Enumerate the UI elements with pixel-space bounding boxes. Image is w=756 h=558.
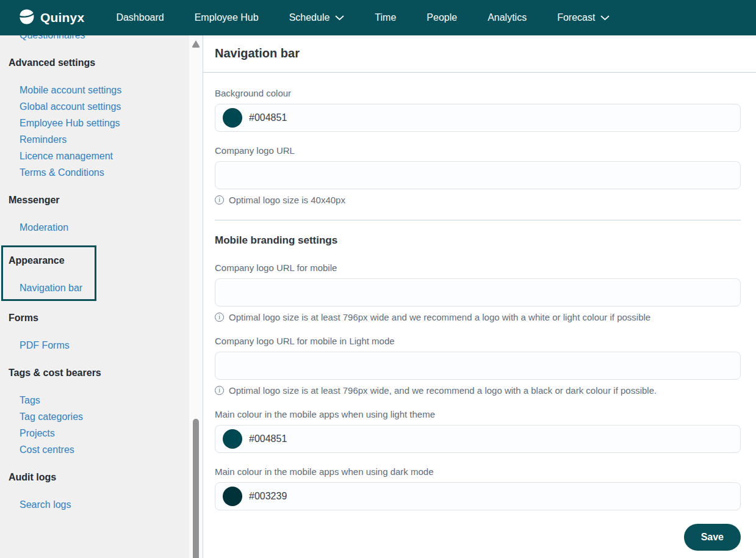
nav-item-time[interactable]: Time	[375, 12, 396, 23]
nav-item-forecast[interactable]: Forecast	[557, 12, 610, 23]
nav-item-label: Employee Hub	[195, 12, 259, 23]
top-navigation-bar: Quinyx Dashboard Employee Hub Schedule T…	[0, 0, 756, 35]
top-nav-items: Dashboard Employee Hub Schedule Time Peo…	[116, 12, 610, 23]
sidebar-item-navigation-bar[interactable]: Navigation bar	[9, 280, 95, 296]
sidebar-scrollbar	[189, 35, 203, 558]
field-logo-url-mobile-light: Company logo URL for mobile in Light mod…	[215, 336, 741, 396]
sidebar-item-licence-management[interactable]: Licence management	[9, 148, 189, 164]
main-colour-light-input[interactable]	[215, 425, 741, 453]
quinyx-brand[interactable]: Quinyx	[18, 9, 84, 27]
brand-name: Quinyx	[40, 10, 84, 25]
nav-item-dashboard[interactable]: Dashboard	[116, 12, 164, 23]
field-logo-url-mobile: Company logo URL for mobile i Optimal lo…	[215, 263, 741, 322]
chevron-down-icon	[600, 12, 610, 23]
sidebar-item-tags[interactable]: Tags	[9, 392, 189, 408]
background-colour-value[interactable]	[249, 112, 733, 123]
nav-item-label: Schedule	[289, 12, 330, 23]
field-main-colour-dark: Main colour in the mobile apps when usin…	[215, 466, 741, 510]
nav-item-label: Time	[375, 12, 396, 23]
sidebar-section-forms: Forms	[9, 310, 189, 326]
info-icon: i	[215, 313, 224, 322]
page-title: Navigation bar	[215, 46, 741, 72]
save-button[interactable]: Save	[684, 524, 741, 551]
sidebar-section-tags-cost-bearers: Tags & cost bearers	[9, 364, 189, 381]
field-label: Main colour in the mobile apps when usin…	[215, 466, 741, 477]
hint-text: Optimal logo size is at least 796px wide…	[229, 312, 650, 322]
field-label: Main colour in the mobile apps when usin…	[215, 409, 741, 419]
nav-item-employee-hub[interactable]: Employee Hub	[195, 12, 259, 23]
main-colour-dark-input[interactable]	[215, 482, 741, 510]
sidebar-item-reminders[interactable]: Reminders	[9, 131, 189, 148]
sidebar-item-global-account-settings[interactable]: Global account settings	[9, 98, 189, 115]
field-label: Company logo URL for mobile	[215, 263, 741, 273]
sidebar-item-mobile-account-settings[interactable]: Mobile account settings	[9, 82, 189, 98]
field-hint: i Optimal logo size is at least 796px wi…	[215, 385, 741, 396]
field-label: Background colour	[215, 88, 741, 98]
section-divider	[215, 220, 741, 220]
main-content: Navigation bar Background colour Company…	[203, 35, 756, 558]
nav-item-people[interactable]: People	[427, 12, 457, 23]
sidebar-item-pdf-forms[interactable]: PDF Forms	[9, 337, 189, 353]
field-hint: i Optimal logo size is at least 796px wi…	[215, 312, 741, 322]
info-icon: i	[215, 386, 224, 395]
nav-item-label: Dashboard	[116, 12, 164, 23]
field-label: Company logo URL for mobile in Light mod…	[215, 336, 741, 346]
nav-item-label: People	[427, 12, 457, 23]
hint-text: Optimal logo size is 40x40px	[229, 195, 345, 205]
info-icon: i	[215, 195, 224, 205]
sidebar-item-search-logs[interactable]: Search logs	[9, 496, 189, 513]
company-logo-url-input[interactable]	[215, 161, 741, 189]
chevron-down-icon	[335, 12, 344, 23]
scroll-up-icon[interactable]	[192, 40, 200, 48]
field-main-colour-light: Main colour in the mobile apps when usin…	[215, 409, 741, 453]
field-company-logo-url: Company logo URL i Optimal logo size is …	[215, 145, 741, 205]
sidebar-active-section-appearance: Appearance Navigation bar	[1, 245, 96, 301]
sidebar-item-tag-categories[interactable]: Tag categories	[9, 408, 189, 425]
main-colour-dark-value[interactable]	[249, 491, 733, 502]
field-label: Company logo URL	[215, 145, 741, 156]
nav-item-label: Analytics	[488, 12, 527, 23]
nav-item-analytics[interactable]: Analytics	[488, 12, 527, 23]
sidebar-item-terms-conditions[interactable]: Terms & Conditions	[9, 164, 189, 181]
logo-url-mobile-input[interactable]	[215, 278, 741, 306]
sidebar-item-employee-hub-settings[interactable]: Employee Hub settings	[9, 115, 189, 131]
color-swatch[interactable]	[223, 429, 242, 449]
field-background-colour: Background colour	[215, 88, 741, 132]
nav-item-label: Forecast	[557, 12, 595, 23]
logo-url-mobile-light-input[interactable]	[215, 352, 741, 380]
sidebar-section-advanced-settings: Advanced settings	[9, 54, 189, 71]
sidebar-item-projects[interactable]: Projects	[9, 425, 189, 441]
sidebar-item-moderation[interactable]: Moderation	[9, 219, 189, 236]
color-swatch[interactable]	[223, 487, 242, 506]
field-hint: i Optimal logo size is 40x40px	[215, 195, 741, 205]
nav-item-schedule[interactable]: Schedule	[289, 12, 345, 23]
color-swatch[interactable]	[223, 108, 242, 128]
settings-sidebar: Questionnaires Advanced settings Mobile …	[0, 35, 189, 558]
mobile-branding-title: Mobile branding settings	[215, 234, 741, 247]
background-colour-input[interactable]	[215, 104, 741, 132]
sidebar-section-messenger: Messenger	[9, 192, 189, 208]
sidebar-item-cost-centres[interactable]: Cost centres	[9, 441, 189, 458]
main-colour-light-value[interactable]	[249, 433, 733, 444]
hint-text: Optimal logo size is at least 796px wide…	[229, 385, 657, 396]
quinyx-logo-icon	[18, 9, 35, 27]
sidebar-section-appearance: Appearance	[9, 252, 95, 269]
sidebar-item-questionnaires[interactable]: Questionnaires	[9, 35, 189, 43]
sidebar-section-audit-logs: Audit logs	[9, 469, 189, 485]
scrollbar-thumb[interactable]	[193, 419, 199, 558]
